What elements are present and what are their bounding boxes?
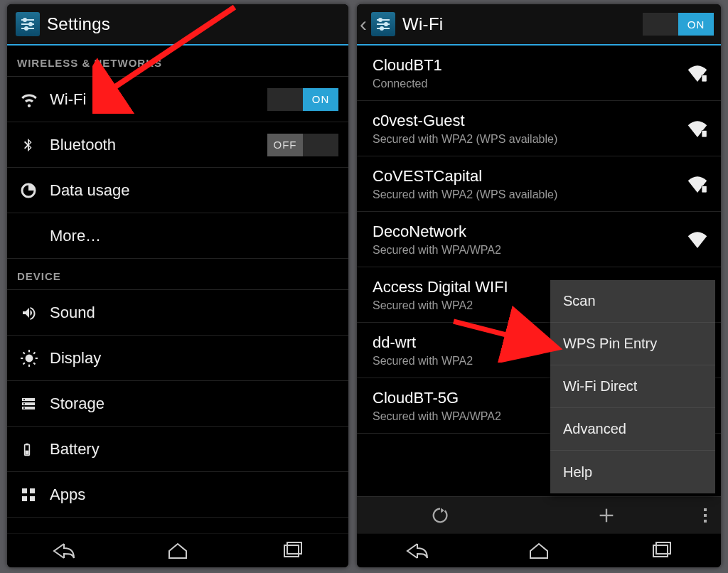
svg-point-34 <box>379 18 382 21</box>
svg-rect-24 <box>26 450 29 454</box>
sound-icon <box>20 304 50 321</box>
wifi-signal-icon <box>684 231 708 248</box>
data-usage-icon <box>20 182 50 199</box>
more-row[interactable]: More… <box>7 213 348 259</box>
battery-row[interactable]: Battery <box>7 427 348 472</box>
svg-rect-27 <box>22 496 27 501</box>
overflow-button[interactable] <box>690 507 721 524</box>
svg-rect-43 <box>704 514 707 517</box>
svg-line-15 <box>33 352 35 353</box>
apps-label: Apps <box>50 486 85 504</box>
wifi-label: Wi-Fi <box>50 90 86 109</box>
svg-rect-26 <box>30 488 35 493</box>
nav-recent-button[interactable] <box>267 537 316 565</box>
battery-icon <box>20 440 50 459</box>
svg-rect-37 <box>702 75 707 82</box>
network-row[interactable]: CloudBT1 Connected <box>357 45 721 101</box>
section-header-device: DEVICE <box>7 259 348 290</box>
wifi-master-toggle[interactable]: ON <box>643 13 714 36</box>
wifi-signal-icon <box>684 176 708 193</box>
apps-row[interactable]: Apps <box>7 472 348 518</box>
svg-rect-42 <box>704 508 707 511</box>
more-label: More… <box>50 227 101 245</box>
svg-rect-39 <box>702 186 707 193</box>
menu-scan[interactable]: Scan <box>550 280 715 323</box>
svg-point-19 <box>23 399 25 400</box>
svg-line-13 <box>33 363 35 364</box>
svg-point-20 <box>23 403 25 405</box>
bluetooth-toggle-state: OFF <box>267 134 303 156</box>
svg-rect-38 <box>702 130 707 137</box>
menu-advanced[interactable]: Advanced <box>550 408 715 451</box>
storage-label: Storage <box>50 395 105 413</box>
svg-rect-28 <box>30 496 35 501</box>
sound-label: Sound <box>50 304 95 322</box>
display-label: Display <box>50 349 101 368</box>
svg-point-5 <box>25 27 28 30</box>
data-usage-label: Data usage <box>50 181 130 200</box>
sound-row[interactable]: Sound <box>7 290 348 336</box>
nav-home-button[interactable] <box>514 537 564 565</box>
menu-help[interactable]: Help <box>550 451 715 493</box>
network-name: CoVESTCapital <box>373 167 684 186</box>
wifi-title: Wi-Fi <box>402 14 443 34</box>
wifi-row[interactable]: Wi-Fi ON <box>7 77 348 122</box>
svg-point-4 <box>29 23 32 26</box>
wifi-icon <box>20 90 50 109</box>
settings-header: Settings <box>7 4 348 45</box>
network-name: CloudBT1 <box>373 56 684 75</box>
network-row[interactable]: DecoNetwork Secured with WPA/WPA2 <box>357 212 721 267</box>
svg-line-14 <box>23 363 25 364</box>
network-status: Secured with WPA/WPA2 <box>373 244 684 257</box>
settings-app-icon <box>16 12 40 36</box>
network-status: Secured with WPA2 (WPS available) <box>373 188 684 201</box>
storage-row[interactable]: Storage <box>7 381 348 427</box>
display-icon <box>20 349 50 368</box>
bluetooth-row[interactable]: Bluetooth OFF <box>7 122 348 168</box>
settings-app-icon[interactable] <box>371 12 395 36</box>
bluetooth-toggle[interactable]: OFF <box>267 134 338 156</box>
svg-rect-23 <box>26 443 28 445</box>
svg-point-35 <box>385 23 387 26</box>
network-row[interactable]: c0vest-Guest Secured with WPA2 (WPS avai… <box>357 101 721 156</box>
apps-icon <box>20 486 50 503</box>
bluetooth-label: Bluetooth <box>50 136 116 154</box>
nav-back-button[interactable] <box>392 537 442 565</box>
svg-rect-25 <box>22 488 27 493</box>
nav-home-button[interactable] <box>153 537 203 565</box>
add-network-button[interactable] <box>523 505 690 525</box>
svg-point-21 <box>23 407 25 409</box>
nav-recent-button[interactable] <box>636 537 685 565</box>
storage-icon <box>20 395 50 412</box>
network-status: Secured with WPA2 (WPS available) <box>373 133 684 146</box>
wifi-screen: ‹ Wi-Fi ON CloudBT1 Connected c0vest-Gue… <box>357 4 721 567</box>
svg-point-7 <box>26 354 33 362</box>
network-row[interactable]: CoVESTCapital Secured with WPA2 (WPS ava… <box>357 156 721 212</box>
wifi-toggle-state: ON <box>303 88 338 111</box>
nav-bar <box>357 533 721 567</box>
nav-bar <box>7 533 348 567</box>
wifi-header: ‹ Wi-Fi ON <box>357 4 721 45</box>
data-usage-row[interactable]: Data usage <box>7 168 348 213</box>
nav-back-button[interactable] <box>39 537 89 565</box>
svg-rect-44 <box>704 520 707 523</box>
wifi-signal-icon <box>684 65 708 82</box>
section-header-wireless: WIRELESS & NETWORKS <box>7 45 348 77</box>
settings-title: Settings <box>47 14 110 34</box>
wifi-action-bar <box>357 496 721 533</box>
svg-point-3 <box>23 18 26 21</box>
bluetooth-icon <box>20 136 50 154</box>
network-name: c0vest-Guest <box>373 112 684 130</box>
settings-screen: Settings WIRELESS & NETWORKS Wi-Fi ON Bl… <box>7 4 348 567</box>
menu-wps-pin[interactable]: WPS Pin Entry <box>550 323 715 365</box>
wifi-toggle[interactable]: ON <box>267 88 338 111</box>
wifi-overflow-menu: Scan WPS Pin Entry Wi-Fi Direct Advanced… <box>550 280 715 493</box>
svg-line-12 <box>23 352 25 353</box>
wps-push-button[interactable] <box>357 505 523 525</box>
menu-wifi-direct[interactable]: Wi-Fi Direct <box>550 365 715 408</box>
network-status: Connected <box>373 77 684 90</box>
wifi-signal-icon <box>684 120 708 137</box>
svg-point-36 <box>380 27 383 30</box>
display-row[interactable]: Display <box>7 336 348 381</box>
up-caret-icon[interactable]: ‹ <box>360 12 370 36</box>
